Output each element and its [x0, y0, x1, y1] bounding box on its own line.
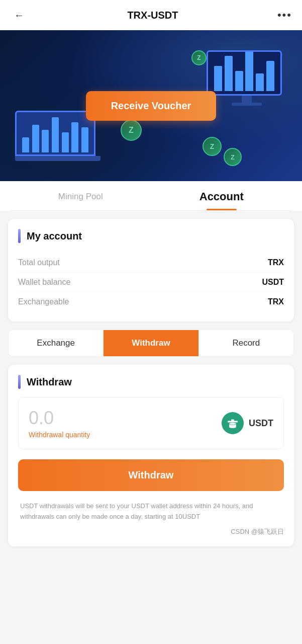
header: ← TRX-USDT ••• [0, 0, 302, 30]
total-output-label: Total output [18, 258, 60, 267]
coin-decoration-1: Z [121, 120, 142, 141]
monitor-decoration [207, 50, 287, 111]
tab-account[interactable]: Account [151, 181, 292, 210]
header-title: TRX-USDT [127, 10, 178, 21]
withdraw-left: 0.0 Withdrawal quantity [29, 408, 222, 439]
wallet-balance-value: USDT [262, 278, 284, 287]
total-output-value: TRX [268, 258, 284, 267]
withdraw-amount: 0.0 [29, 408, 222, 429]
tabs-row: Mining Pool Account [10, 181, 292, 211]
back-icon[interactable]: ← [10, 10, 28, 21]
more-icon[interactable]: ••• [277, 9, 292, 22]
withdraw-button[interactable]: Withdraw [104, 330, 198, 356]
tabs-section: Mining Pool Account [0, 181, 302, 211]
withdraw-currency: USDT [249, 418, 273, 429]
account-title-row: My account [18, 229, 284, 243]
action-buttons-row: Exchange Withdraw Record [8, 330, 294, 357]
coin-decoration-2: Z [203, 137, 222, 156]
withdraw-input-card: 0.0 Withdrawal quantity USDT [18, 397, 284, 449]
card-accent [18, 229, 21, 243]
exchangeable-value: TRX [268, 297, 284, 306]
coin-decoration-3: Z [224, 148, 242, 166]
account-row-total-output: Total output TRX [18, 253, 284, 273]
withdraw-footer-text: USDT withdrawals will be sent to your US… [18, 501, 284, 522]
withdraw-accent [18, 375, 21, 389]
withdraw-title: Withdraw [27, 376, 72, 388]
footer-credit: CSDN @猿飞跃日 [18, 527, 284, 536]
account-title: My account [27, 230, 82, 242]
withdraw-action-button[interactable]: Withdraw [18, 459, 284, 491]
coin-decoration-4: Z [191, 50, 207, 65]
account-row-exchangeable: Exchangeable TRX [18, 292, 284, 311]
banner: Z Z Z Z Receive Voucher [0, 30, 302, 181]
withdraw-title-row: Withdraw [18, 375, 284, 389]
receive-voucher-button[interactable]: Receive Voucher [86, 91, 217, 121]
withdraw-right: USDT [222, 412, 273, 434]
record-button[interactable]: Record [199, 330, 293, 356]
tab-mining-pool[interactable]: Mining Pool [10, 183, 151, 209]
account-row-wallet-balance: Wallet balance USDT [18, 273, 284, 292]
exchangeable-label: Exchangeable [18, 297, 69, 306]
content-area: My account Total output TRX Wallet balan… [0, 211, 302, 562]
exchange-button[interactable]: Exchange [9, 330, 104, 356]
wallet-balance-label: Wallet balance [18, 278, 70, 287]
withdraw-card: Withdraw 0.0 Withdrawal quantity USDT Wi… [8, 365, 294, 546]
tether-icon [222, 412, 244, 434]
account-card: My account Total output TRX Wallet balan… [8, 219, 294, 321]
withdrawal-quantity-label: Withdrawal quantity [29, 431, 222, 439]
